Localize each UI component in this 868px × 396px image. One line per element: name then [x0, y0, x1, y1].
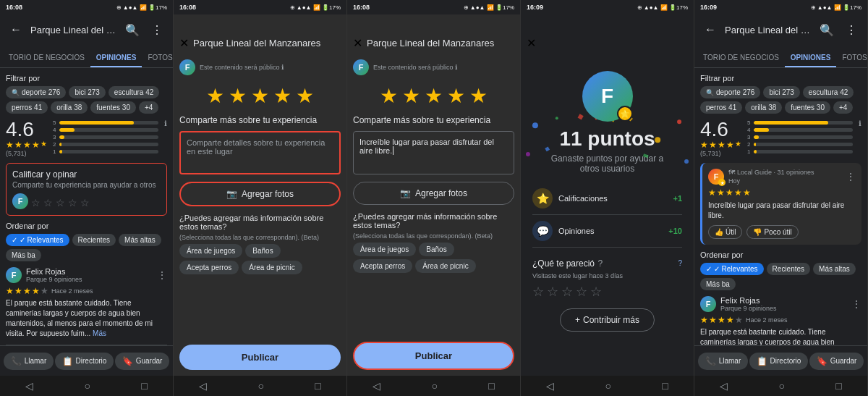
nav-home-2[interactable]: ○ — [258, 380, 264, 392]
chip-relevantes-5[interactable]: ✓ Relevantes — [700, 263, 764, 275]
rate-stars-1[interactable]: ☆ ☆ ☆ ☆ ☆ — [31, 197, 90, 208]
chip-orilla-5[interactable]: orilla 38 — [745, 101, 782, 114]
contribute-btn-4[interactable]: + Contribuir más — [560, 308, 655, 332]
topic-picnic-3[interactable]: Área de picnic — [415, 259, 475, 273]
chip-recientes-1[interactable]: Recientes — [72, 234, 116, 246]
star-lg-2[interactable]: ★ — [229, 84, 247, 108]
chip-escultura-5[interactable]: escultura 42 — [803, 86, 854, 98]
review-more-icon-1[interactable]: ⋮ — [157, 269, 167, 281]
star-lg-3-4[interactable]: ★ — [447, 84, 465, 108]
chip-fuentes[interactable]: fuentes 30 — [90, 101, 136, 114]
small-star-3[interactable]: ☆ — [561, 284, 573, 300]
back-button-5[interactable]: ← — [700, 20, 720, 40]
not-useful-btn-5[interactable]: 👎 Poco útil — [746, 225, 798, 239]
close-btn-4[interactable]: ✕ — [527, 36, 536, 50]
chip-mas-ba-5[interactable]: Más ba — [700, 278, 736, 290]
call-btn-5[interactable]: 📞Llamar — [698, 353, 749, 370]
search-button-1[interactable]: 🔍 — [122, 20, 142, 40]
chip-deporte[interactable]: 🔍deporte 276 — [6, 86, 66, 98]
publish-btn-3[interactable]: Publicar — [353, 342, 514, 370]
chip-escultura[interactable]: escultura 42 — [109, 86, 159, 98]
tab-photos-5[interactable]: FOTOS — [836, 54, 868, 67]
nav-back-2[interactable]: ◁ — [199, 380, 207, 392]
chip-recientes-5[interactable]: Recientes — [767, 263, 810, 275]
topic-banos-3[interactable]: Baños — [419, 243, 454, 256]
chip-relevantes-1[interactable]: ✓ Relevantes — [6, 234, 69, 246]
star-lg-3-1[interactable]: ★ — [380, 84, 398, 108]
small-star-4[interactable]: ☆ — [576, 284, 587, 300]
chip-orilla[interactable]: orilla 38 — [51, 101, 88, 114]
close-btn-3[interactable]: ✕ — [353, 36, 362, 50]
tab-photos-1[interactable]: FOTOS — [142, 54, 174, 67]
chip-perros-5[interactable]: perros 41 — [700, 101, 742, 114]
more-button-5[interactable]: ⋮ — [841, 20, 861, 40]
add-photos-btn-2[interactable]: 📷 Agregar fotos — [179, 182, 341, 206]
nav-back-5[interactable]: ◁ — [720, 380, 728, 392]
topic-juegos-2[interactable]: Área de juegos — [179, 244, 242, 258]
directory-btn-5[interactable]: 📋Directorio — [749, 353, 809, 370]
small-star-2[interactable]: ☆ — [547, 284, 558, 300]
chip-bici-5[interactable]: bici 273 — [763, 86, 799, 98]
nav-home-1[interactable]: ○ — [85, 380, 90, 392]
help-icon-4[interactable]: ? — [678, 259, 682, 267]
topic-picnic-2[interactable]: Área de picnic — [242, 261, 302, 274]
chip-mas-altas-5[interactable]: Más altas — [813, 263, 856, 275]
chip-fuentes-5[interactable]: fuentes 30 — [785, 101, 830, 114]
nav-recent-3[interactable]: □ — [488, 380, 494, 392]
topic-banos-2[interactable]: Baños — [245, 244, 280, 258]
review-more-link-1[interactable]: Más — [93, 329, 106, 337]
star-lg-3-2[interactable]: ★ — [402, 84, 420, 108]
small-star-1[interactable]: ☆ — [532, 284, 544, 300]
star-lg-3-5[interactable]: ★ — [469, 84, 488, 108]
tab-business-1[interactable]: TORIO DE NEGOCIOS — [3, 54, 90, 67]
chip-bici[interactable]: bici 273 — [69, 86, 105, 98]
chip-perros[interactable]: perros 41 — [6, 101, 48, 114]
star-lg-5[interactable]: ★ — [296, 84, 314, 108]
star-lg-3-3[interactable]: ★ — [425, 84, 443, 108]
nav-recent-4[interactable]: □ — [662, 380, 668, 392]
nav-home-3[interactable]: ○ — [432, 380, 438, 392]
star-5[interactable]: ☆ — [80, 197, 90, 208]
topic-juegos-3[interactable]: Área de juegos — [353, 243, 416, 256]
star-lg-4[interactable]: ★ — [273, 84, 292, 108]
tab-business-5[interactable]: TORIO DE NEGOCIOS — [697, 54, 785, 67]
chip-more-5[interactable]: +4 — [833, 101, 853, 114]
tab-opinions-1[interactable]: OPINIONES — [90, 54, 142, 67]
topic-perros-2[interactable]: Acepta perros — [179, 261, 239, 274]
search-button-5[interactable]: 🔍 — [817, 20, 837, 40]
nav-recent-1[interactable]: □ — [141, 380, 147, 392]
review-more-icon-5[interactable]: ⋮ — [851, 298, 861, 310]
star-lg-1[interactable]: ★ — [206, 84, 224, 108]
save-btn-5[interactable]: 🔖Guardar — [809, 353, 864, 370]
info-icon-5[interactable]: ℹ — [859, 119, 861, 127]
add-photos-btn-3[interactable]: 📷 Agregar fotos — [353, 182, 514, 205]
chip-deporte-5[interactable]: 🔍deporte 276 — [700, 86, 760, 98]
star-2[interactable]: ☆ — [43, 197, 53, 208]
star-1[interactable]: ☆ — [31, 197, 41, 208]
chip-mas-altas-1[interactable]: Más altas — [119, 234, 161, 246]
nav-home-5[interactable]: ○ — [779, 380, 785, 392]
back-button-1[interactable]: ← — [6, 20, 26, 40]
star-3[interactable]: ☆ — [56, 197, 65, 208]
text-input-3[interactable]: Increíble lugar para pasar disfrutar del… — [353, 131, 514, 174]
info-icon-1[interactable]: ℹ — [164, 119, 167, 127]
new-review-more-5[interactable]: ⋮ — [846, 171, 856, 182]
nav-back-1[interactable]: ◁ — [25, 380, 33, 392]
chip-mas-ba-1[interactable]: Más ba — [6, 249, 41, 261]
more-button-1[interactable]: ⋮ — [147, 20, 167, 40]
useful-btn-5[interactable]: 👍 Útil — [708, 225, 742, 239]
close-btn-2[interactable]: ✕ — [179, 36, 189, 50]
nav-back-3[interactable]: ◁ — [373, 380, 380, 392]
star-lg-3[interactable]: ★ — [251, 84, 269, 108]
chip-more[interactable]: +4 — [139, 101, 158, 114]
nav-recent-5[interactable]: □ — [835, 380, 841, 392]
directory-btn-1[interactable]: 📋Directorio — [55, 353, 114, 370]
nav-home-4[interactable]: ○ — [605, 380, 611, 392]
tab-opinions-5[interactable]: OPINIONES — [785, 54, 837, 67]
small-star-5[interactable]: ☆ — [590, 284, 602, 300]
nav-back-4[interactable]: ◁ — [546, 380, 554, 392]
topic-perros-3[interactable]: Acepta perros — [353, 259, 412, 273]
save-btn-1[interactable]: 🔖Guardar — [115, 353, 170, 370]
nav-recent-2[interactable]: □ — [315, 380, 320, 392]
text-input-2[interactable]: Comparte detalles sobre tu experiencia e… — [179, 131, 341, 174]
